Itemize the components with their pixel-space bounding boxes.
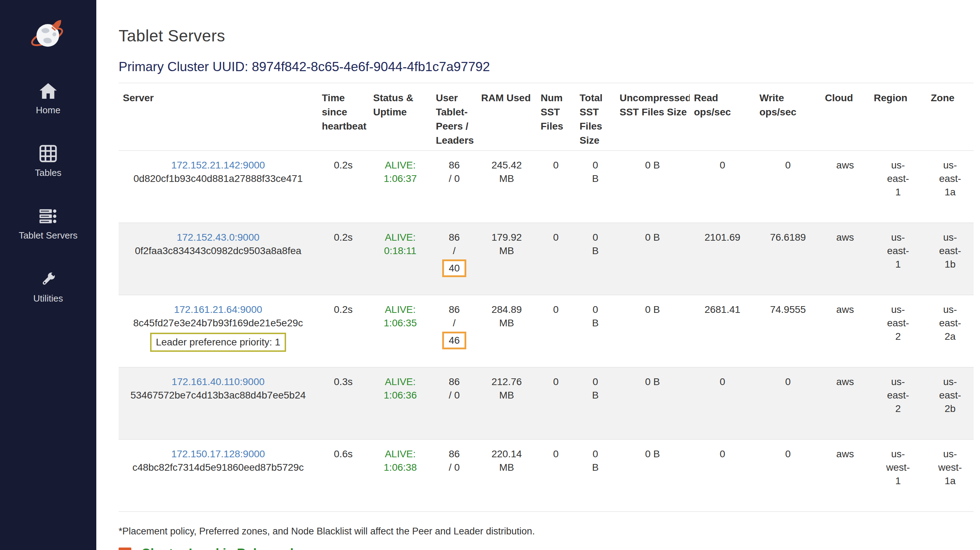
column-header-ram: RAM Used bbox=[477, 83, 536, 151]
cloud-cell: aws bbox=[821, 367, 870, 440]
column-header-status: Status & Uptime bbox=[369, 83, 431, 151]
sidebar-nav: Home Tables bbox=[19, 81, 78, 332]
column-header-zone: Zone bbox=[926, 83, 974, 151]
server-uuid: 0d820cf1b93c40d881a27888f33ce471 bbox=[121, 172, 315, 186]
sidebar-item-label: Tablet Servers bbox=[19, 230, 78, 241]
tablet-servers-table: Server Time since heartbeat Status & Upt… bbox=[119, 83, 974, 512]
read-ops-cell: 2101.69 bbox=[690, 223, 755, 295]
status-cell: ALIVE: 0:18:11 bbox=[369, 223, 431, 295]
tablet-servers-icon bbox=[38, 206, 59, 227]
column-header-uncompressed-sst: Uncompressed SST Files Size bbox=[615, 83, 690, 151]
num-sst-cell: 0 bbox=[536, 367, 575, 440]
write-ops-cell: 0 bbox=[755, 367, 821, 440]
leaders-highlight-box: 40 bbox=[442, 259, 466, 277]
read-ops-cell: 0 bbox=[690, 440, 755, 512]
column-header-region: Region bbox=[870, 83, 926, 151]
total-sst-cell: 0B bbox=[575, 151, 615, 223]
num-sst-cell: 0 bbox=[536, 151, 575, 223]
status-alive: ALIVE: bbox=[372, 231, 429, 244]
sidebar-item-tables[interactable]: Tables bbox=[35, 143, 61, 178]
write-ops-cell: 0 bbox=[755, 151, 821, 223]
sidebar-item-tablet-servers[interactable]: Tablet Servers bbox=[19, 206, 78, 241]
heartbeat-cell: 0.3s bbox=[318, 367, 369, 440]
zone-cell: us-east-1b bbox=[926, 223, 974, 295]
status-uptime: 1:06:38 bbox=[372, 461, 429, 474]
total-sst-cell: 0B bbox=[575, 295, 615, 367]
sidebar-item-utilities[interactable]: Utilities bbox=[33, 269, 63, 304]
server-cell: 172.161.21.64:9000 8c45fd27e3e24b7b93f16… bbox=[119, 295, 318, 367]
column-header-peers-leaders: User Tablet-Peers / Leaders bbox=[431, 83, 477, 151]
status-cell: ALIVE: 1:06:37 bbox=[369, 151, 431, 223]
peers-count: 86 bbox=[434, 447, 474, 461]
table-row: 172.152.21.142:9000 0d820cf1b93c40d881a2… bbox=[119, 151, 974, 223]
peers-count: 86 bbox=[434, 231, 474, 244]
write-ops-cell: 76.6189 bbox=[755, 223, 821, 295]
write-ops-cell: 0 bbox=[755, 440, 821, 512]
server-uuid: 8c45fd27e3e24b7b93f169de21e5e29c bbox=[121, 316, 315, 330]
leader-preference-note: Leader preference priority: 1 bbox=[150, 333, 286, 352]
sidebar-item-home[interactable]: Home bbox=[36, 81, 60, 116]
heartbeat-cell: 0.2s bbox=[318, 151, 369, 223]
peers-leaders-separator: / bbox=[434, 316, 474, 330]
home-icon bbox=[38, 81, 59, 101]
ram-cell: 220.14MB bbox=[477, 440, 536, 512]
server-uuid: c48bc82fc7314d5e91860eed87b5729c bbox=[121, 461, 315, 474]
server-link[interactable]: 172.161.40.110:9000 bbox=[172, 376, 265, 387]
server-cell: 172.161.40.110:9000 53467572be7c4d13b3ac… bbox=[119, 367, 318, 440]
read-ops-cell: 0 bbox=[690, 367, 755, 440]
peers-count: 86 bbox=[434, 303, 474, 316]
ram-cell: 284.89MB bbox=[477, 295, 536, 367]
sidebar-item-label: Utilities bbox=[33, 293, 63, 304]
server-link[interactable]: 172.161.21.64:9000 bbox=[174, 304, 262, 315]
column-header-read-ops: Read ops/sec bbox=[690, 83, 755, 151]
read-ops-cell: 0 bbox=[690, 151, 755, 223]
zone-cell: us-east-1a bbox=[926, 151, 974, 223]
server-cell: 172.152.21.142:9000 0d820cf1b93c40d881a2… bbox=[119, 151, 318, 223]
server-link[interactable]: 172.152.21.142:9000 bbox=[171, 160, 265, 171]
primary-cluster-uuid: Primary Cluster UUID: 8974f842-8c65-4e6f… bbox=[119, 59, 974, 74]
cluster-load-icon bbox=[119, 547, 134, 550]
yugabyte-logo-icon[interactable] bbox=[29, 16, 68, 55]
table-row: 172.152.43.0:9000 0f2faa3c834343c0982dc9… bbox=[119, 223, 974, 295]
ram-cell: 179.92MB bbox=[477, 223, 536, 295]
read-ops-cell: 2681.41 bbox=[690, 295, 755, 367]
uncompressed-sst-cell: 0 B bbox=[615, 151, 690, 223]
region-cell: us-east-2 bbox=[870, 367, 926, 440]
num-sst-cell: 0 bbox=[536, 440, 575, 512]
leaders-count: / 0 bbox=[434, 172, 474, 186]
zone-cell: us-east-2b bbox=[926, 367, 974, 440]
server-link[interactable]: 172.150.17.128:9000 bbox=[171, 448, 265, 459]
table-row: 172.161.21.64:9000 8c45fd27e3e24b7b93f16… bbox=[119, 295, 974, 367]
ram-cell: 245.42MB bbox=[477, 151, 536, 223]
column-header-write-ops: Write ops/sec bbox=[755, 83, 821, 151]
status-alive: ALIVE: bbox=[372, 303, 429, 316]
status-alive: ALIVE: bbox=[372, 447, 429, 461]
utilities-wrench-icon bbox=[38, 269, 59, 289]
peers-count: 86 bbox=[434, 159, 474, 172]
column-header-server: Server bbox=[119, 83, 318, 151]
table-row: 172.150.17.128:9000 c48bc82fc7314d5e9186… bbox=[119, 440, 974, 512]
region-cell: us-east-1 bbox=[870, 223, 926, 295]
total-sst-cell: 0B bbox=[575, 367, 615, 440]
region-cell: us-east-2 bbox=[870, 295, 926, 367]
cluster-load-text: Cluster Load is Balanced bbox=[141, 546, 293, 550]
num-sst-cell: 0 bbox=[536, 223, 575, 295]
total-sst-cell: 0B bbox=[575, 223, 615, 295]
leaders-count: / 0 bbox=[434, 389, 474, 402]
peers-leaders-separator: / bbox=[434, 244, 474, 258]
heartbeat-cell: 0.6s bbox=[318, 440, 369, 512]
total-sst-cell: 0B bbox=[575, 440, 615, 512]
table-row: 172.161.40.110:9000 53467572be7c4d13b3ac… bbox=[119, 367, 974, 440]
region-cell: us-east-1 bbox=[870, 151, 926, 223]
main-content: Tablet Servers Primary Cluster UUID: 897… bbox=[96, 0, 980, 550]
peers-leaders-cell: 86 / 40 bbox=[431, 223, 477, 295]
ram-cell: 212.76MB bbox=[477, 367, 536, 440]
server-link[interactable]: 172.152.43.0:9000 bbox=[177, 232, 259, 243]
cloud-cell: aws bbox=[821, 151, 870, 223]
tables-grid-icon bbox=[38, 143, 59, 164]
heartbeat-cell: 0.2s bbox=[318, 223, 369, 295]
status-alive: ALIVE: bbox=[372, 159, 429, 172]
leaders-highlight-box: 46 bbox=[442, 332, 466, 349]
uncompressed-sst-cell: 0 B bbox=[615, 440, 690, 512]
cloud-cell: aws bbox=[821, 223, 870, 295]
